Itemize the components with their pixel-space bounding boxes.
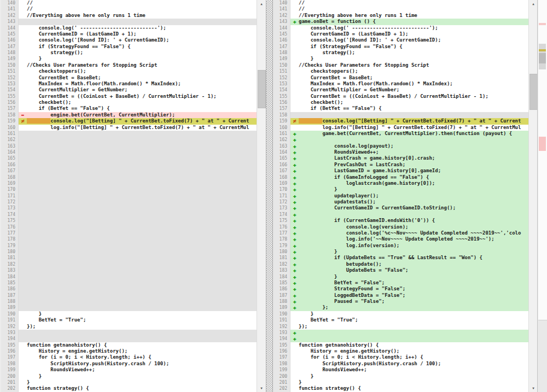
code-row[interactable]: 195function getnanohistory() { bbox=[1, 342, 257, 348]
code-line[interactable] bbox=[299, 212, 528, 218]
code-row[interactable]: 192}); bbox=[1, 324, 257, 330]
code-line[interactable]: CurrentBet = BaseBet; bbox=[299, 75, 528, 81]
code-line[interactable]: UpdateBets = "False"; bbox=[299, 267, 528, 273]
code-line[interactable]: MaxIndex = Math.floor(Math.random() * Ma… bbox=[299, 81, 528, 87]
code-row[interactable]: 149 } bbox=[273, 56, 528, 62]
code-line[interactable]: checkstoppers(); bbox=[27, 68, 257, 74]
code-row[interactable]: 183✚ UpdateBets = "False"; bbox=[273, 267, 528, 273]
code-row[interactable]: 153 MaxIndex = Math.floor(Math.random() … bbox=[273, 81, 528, 87]
code-row[interactable]: 180✚ } bbox=[273, 249, 528, 255]
code-row[interactable]: 185 bbox=[1, 280, 257, 286]
code-line[interactable] bbox=[27, 274, 257, 280]
code-line[interactable]: strategy(); bbox=[299, 50, 528, 56]
code-row[interactable]: 144 console.log(' ----------------------… bbox=[1, 25, 257, 31]
code-line[interactable]: } bbox=[27, 379, 257, 385]
code-line[interactable]: CurrentMultiplier = GetNumber; bbox=[299, 87, 528, 93]
code-line[interactable]: } bbox=[299, 249, 528, 255]
code-line[interactable] bbox=[27, 236, 257, 242]
code-row[interactable]: 158▬ engine.bet(CurrentBet, CurrentMulti… bbox=[1, 112, 257, 118]
code-row[interactable]: 143 bbox=[1, 19, 257, 25]
code-row[interactable]: 160 log.info("[Betting] " + CurrentBet.t… bbox=[273, 125, 528, 131]
right-code-area[interactable]: 140//141//142//Everything above here onl… bbox=[273, 0, 528, 392]
code-line[interactable]: checkstoppers(); bbox=[299, 68, 528, 74]
code-line[interactable]: // bbox=[27, 0, 257, 6]
code-row[interactable]: 174 bbox=[1, 212, 257, 218]
code-line[interactable]: game.onBet = function () { bbox=[299, 19, 528, 25]
code-row[interactable]: 202function strategy() { bbox=[1, 385, 257, 391]
code-row[interactable]: 147 if (StrategyFound == "False") { bbox=[1, 44, 257, 50]
code-row[interactable]: 162 bbox=[1, 137, 257, 143]
left-code-area[interactable]: 140//141//142//Everything above here onl… bbox=[1, 0, 257, 392]
code-line[interactable] bbox=[27, 19, 257, 25]
code-line[interactable] bbox=[27, 292, 257, 299]
code-line[interactable] bbox=[27, 205, 257, 211]
code-row[interactable]: 181✚ if (UpdateBets == "True" && LastRes… bbox=[273, 255, 528, 261]
code-line[interactable]: if (StrategyFound == "False") { bbox=[27, 44, 257, 50]
code-line[interactable]: } bbox=[299, 186, 528, 192]
code-row[interactable]: 163✚ console.log(payout); bbox=[273, 143, 528, 149]
code-line[interactable]: BetYet = "True"; bbox=[299, 317, 528, 323]
code-line[interactable]: console.log(' --------------------------… bbox=[27, 25, 257, 31]
code-row[interactable]: 170✚ } bbox=[273, 186, 528, 192]
code-line[interactable]: console.log('[Round ID]: ' + CurrentGame… bbox=[27, 37, 257, 43]
code-line[interactable] bbox=[27, 249, 257, 255]
left-vertical-scrollbar[interactable]: ▲ ▼ bbox=[257, 0, 266, 392]
code-line[interactable] bbox=[27, 305, 257, 311]
code-line[interactable] bbox=[27, 199, 257, 205]
code-line[interactable]: CurrentMultiplier = GetNumber; bbox=[27, 87, 257, 93]
code-row[interactable]: 169✚ loglastcrash(game.history[0]); bbox=[273, 180, 528, 186]
code-line[interactable] bbox=[27, 261, 257, 267]
code-row[interactable]: 155 CurrentBet = ((CoinLost + BaseBet) /… bbox=[1, 93, 257, 100]
code-row[interactable]: 140// bbox=[273, 0, 528, 6]
code-row[interactable]: 149 } bbox=[1, 56, 257, 62]
code-row[interactable]: 187 bbox=[1, 292, 257, 299]
code-row[interactable]: 151 checkstoppers(); bbox=[1, 68, 257, 74]
code-line[interactable]: BetYet = "False"; bbox=[299, 280, 528, 286]
code-row[interactable]: 177✚ console.log('%c~~Nov~~~~ Update Com… bbox=[273, 230, 528, 236]
code-line[interactable] bbox=[27, 336, 257, 342]
code-row[interactable]: 161 bbox=[1, 131, 257, 137]
code-line[interactable]: if (UpdateBets == "True" && LastResult =… bbox=[299, 255, 528, 261]
code-row[interactable]: 163 bbox=[1, 143, 257, 149]
code-line[interactable] bbox=[27, 186, 257, 192]
code-row[interactable]: 174✚ bbox=[273, 212, 528, 218]
code-line[interactable]: LastGameID = game.history[0].gameId; bbox=[299, 168, 528, 174]
code-line[interactable]: updateplayer(); bbox=[299, 193, 528, 199]
code-line[interactable]: Paused = "False"; bbox=[299, 299, 528, 305]
code-line[interactable]: CurrentBet = ((CoinLost + BaseBet) / Cur… bbox=[27, 93, 257, 100]
code-line[interactable]: CurrentGameID = CurrentGameID.toString()… bbox=[299, 205, 528, 211]
code-row[interactable]: 171 bbox=[1, 193, 257, 199]
code-line[interactable] bbox=[27, 131, 257, 137]
code-line[interactable] bbox=[27, 286, 257, 292]
code-line[interactable] bbox=[27, 162, 257, 168]
code-row[interactable]: 199 RoundsViewed++; bbox=[1, 367, 257, 373]
code-row[interactable]: 160 log.info("[Betting] " + CurrentBet.t… bbox=[1, 125, 257, 131]
code-row[interactable]: 179 bbox=[1, 243, 257, 249]
code-line[interactable]: console.log(' --------------------------… bbox=[299, 25, 528, 31]
code-row[interactable]: 197 for (i = 0; i < History.length; i++)… bbox=[273, 354, 528, 360]
code-line[interactable] bbox=[27, 243, 257, 249]
code-row[interactable]: 193✚ bbox=[273, 330, 528, 336]
code-line[interactable]: console.log('[Round ID]: ' + CurrentGame… bbox=[299, 37, 528, 43]
code-line[interactable]: } bbox=[299, 373, 528, 379]
code-line[interactable] bbox=[27, 137, 257, 143]
code-row[interactable]: 192}); bbox=[273, 324, 528, 330]
code-line[interactable]: History = engine.getHistory(); bbox=[27, 348, 257, 354]
code-row[interactable]: 176✚ console.log(version); bbox=[273, 224, 528, 230]
code-row[interactable]: 173✚ CurrentGameID = CurrentGameID.toStr… bbox=[273, 205, 528, 211]
code-row[interactable]: 164 bbox=[1, 149, 257, 155]
code-row[interactable]: 168✚ if (GameInfoLogged == "False") { bbox=[273, 174, 528, 180]
code-row[interactable]: 175 bbox=[1, 218, 257, 224]
code-row[interactable]: 165 bbox=[1, 155, 257, 161]
code-row[interactable]: 159≠ console.log("[Betting] " + CurrentB… bbox=[1, 118, 257, 124]
code-row[interactable]: 179✚ log.info(version); bbox=[273, 243, 528, 249]
code-line[interactable] bbox=[27, 180, 257, 186]
code-row[interactable]: 173 bbox=[1, 205, 257, 211]
code-row[interactable]: 159≠ console.log("[Betting] " + CurrentB… bbox=[273, 118, 528, 124]
code-row[interactable]: 189✚ }; bbox=[273, 305, 528, 311]
code-row[interactable]: 154 CurrentMultiplier = GetNumber; bbox=[1, 87, 257, 93]
code-line[interactable]: }; bbox=[299, 305, 528, 311]
code-row[interactable]: 142//Everything above here only runs 1 t… bbox=[273, 13, 528, 19]
code-line[interactable]: function strategy() { bbox=[27, 385, 257, 391]
pane-splitter[interactable] bbox=[266, 0, 273, 392]
